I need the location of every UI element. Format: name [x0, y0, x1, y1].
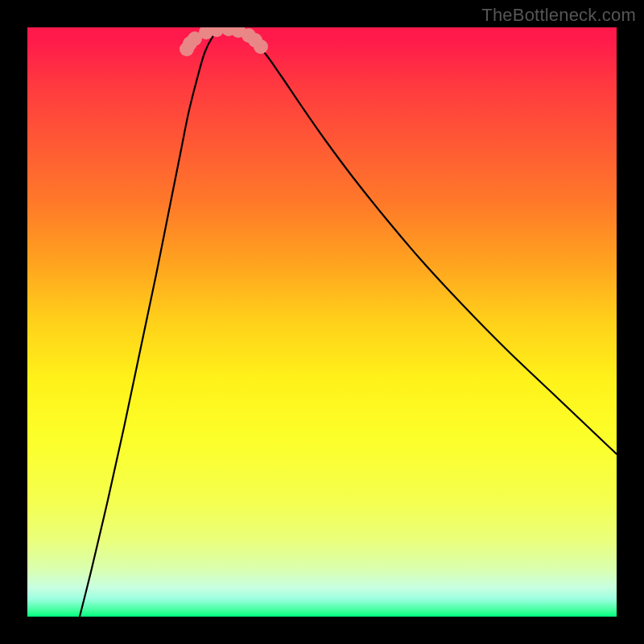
curve-path — [80, 27, 617, 617]
chart-curve — [80, 27, 617, 617]
watermark-text: TheBottleneck.com — [481, 5, 636, 26]
chart-svg — [27, 27, 617, 617]
marker-dot — [254, 39, 268, 54]
chart-frame: TheBottleneck.com — [0, 0, 644, 644]
curve-markers — [180, 27, 268, 56]
plot-area — [27, 27, 617, 617]
